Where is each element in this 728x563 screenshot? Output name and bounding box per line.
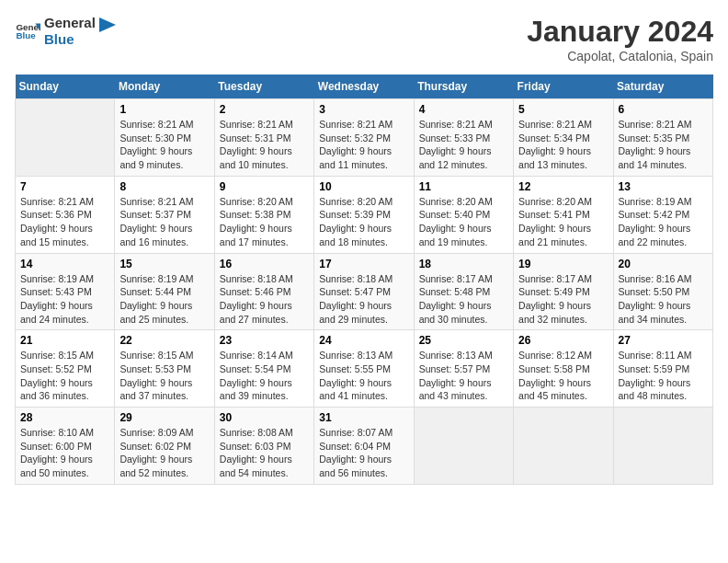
day-info: Sunrise: 8:14 AM Sunset: 5:54 PM Dayligh… bbox=[220, 349, 309, 403]
day-info: Sunrise: 8:19 AM Sunset: 5:44 PM Dayligh… bbox=[119, 272, 209, 327]
day-info: Sunrise: 8:11 AM Sunset: 5:59 PM Dayligh… bbox=[619, 349, 708, 403]
day-info: Sunrise: 8:08 AM Sunset: 6:03 PM Dayligh… bbox=[220, 426, 309, 480]
calendar-cell: 28Sunrise: 8:10 AM Sunset: 6:00 PM Dayli… bbox=[16, 408, 115, 485]
calendar-cell: 6Sunrise: 8:21 AM Sunset: 5:35 PM Daylig… bbox=[613, 99, 712, 177]
day-info: Sunrise: 8:21 AM Sunset: 5:37 PM Dayligh… bbox=[119, 195, 209, 249]
calendar-cell: 24Sunrise: 8:13 AM Sunset: 5:55 PM Dayli… bbox=[314, 330, 414, 408]
weekday-header-saturday: Saturday bbox=[613, 75, 712, 99]
day-info: Sunrise: 8:20 AM Sunset: 5:40 PM Dayligh… bbox=[419, 195, 508, 249]
day-info: Sunrise: 8:10 AM Sunset: 6:00 PM Dayligh… bbox=[20, 426, 109, 480]
logo-general: General bbox=[44, 15, 96, 31]
weekday-header-tuesday: Tuesday bbox=[214, 75, 313, 99]
day-number: 11 bbox=[419, 180, 508, 193]
calendar-cell: 31Sunrise: 8:07 AM Sunset: 6:04 PM Dayli… bbox=[314, 408, 414, 485]
day-number: 21 bbox=[20, 334, 109, 347]
day-info: Sunrise: 8:15 AM Sunset: 5:53 PM Dayligh… bbox=[119, 349, 209, 403]
calendar-cell: 15Sunrise: 8:19 AM Sunset: 5:44 PM Dayli… bbox=[115, 253, 214, 330]
logo-flag-icon bbox=[99, 17, 116, 45]
day-info: Sunrise: 8:13 AM Sunset: 5:57 PM Dayligh… bbox=[419, 349, 508, 403]
day-number: 27 bbox=[619, 334, 708, 347]
day-info: Sunrise: 8:15 AM Sunset: 5:52 PM Dayligh… bbox=[20, 349, 109, 403]
day-info: Sunrise: 8:16 AM Sunset: 5:50 PM Dayligh… bbox=[619, 272, 708, 327]
calendar-cell: 8Sunrise: 8:21 AM Sunset: 5:37 PM Daylig… bbox=[115, 176, 214, 253]
calendar-cell bbox=[414, 408, 513, 485]
day-info: Sunrise: 8:21 AM Sunset: 5:35 PM Dayligh… bbox=[619, 118, 708, 172]
day-number: 13 bbox=[619, 180, 708, 193]
day-number: 29 bbox=[119, 411, 209, 424]
calendar-cell: 16Sunrise: 8:18 AM Sunset: 5:46 PM Dayli… bbox=[214, 253, 313, 330]
calendar-cell: 25Sunrise: 8:13 AM Sunset: 5:57 PM Dayli… bbox=[414, 330, 513, 408]
day-number: 30 bbox=[220, 411, 309, 424]
calendar-cell bbox=[16, 99, 115, 177]
day-info: Sunrise: 8:21 AM Sunset: 5:30 PM Dayligh… bbox=[119, 118, 209, 172]
calendar-cell: 3Sunrise: 8:21 AM Sunset: 5:32 PM Daylig… bbox=[314, 99, 414, 177]
calendar-cell: 14Sunrise: 8:19 AM Sunset: 5:43 PM Dayli… bbox=[16, 253, 115, 330]
logo-blue: Blue bbox=[44, 31, 96, 48]
day-info: Sunrise: 8:20 AM Sunset: 5:38 PM Dayligh… bbox=[220, 195, 309, 249]
day-info: Sunrise: 8:07 AM Sunset: 6:04 PM Dayligh… bbox=[319, 426, 408, 480]
day-info: Sunrise: 8:18 AM Sunset: 5:47 PM Dayligh… bbox=[319, 272, 408, 327]
page-subtitle: Capolat, Catalonia, Spain bbox=[527, 49, 713, 63]
day-info: Sunrise: 8:19 AM Sunset: 5:42 PM Dayligh… bbox=[619, 195, 708, 249]
calendar-cell: 1Sunrise: 8:21 AM Sunset: 5:30 PM Daylig… bbox=[115, 99, 214, 177]
day-number: 24 bbox=[319, 334, 408, 347]
day-number: 15 bbox=[119, 258, 209, 270]
day-number: 23 bbox=[220, 334, 309, 347]
week-row-0: 1Sunrise: 8:21 AM Sunset: 5:30 PM Daylig… bbox=[16, 99, 713, 177]
calendar-cell: 13Sunrise: 8:19 AM Sunset: 5:42 PM Dayli… bbox=[613, 176, 712, 253]
calendar-cell: 18Sunrise: 8:17 AM Sunset: 5:48 PM Dayli… bbox=[414, 253, 513, 330]
calendar-cell: 19Sunrise: 8:17 AM Sunset: 5:49 PM Dayli… bbox=[514, 253, 613, 330]
calendar-cell: 21Sunrise: 8:15 AM Sunset: 5:52 PM Dayli… bbox=[16, 330, 115, 408]
day-number: 19 bbox=[518, 258, 608, 270]
day-info: Sunrise: 8:17 AM Sunset: 5:48 PM Dayligh… bbox=[419, 272, 508, 327]
day-number: 8 bbox=[119, 180, 209, 193]
svg-text:Blue: Blue bbox=[16, 30, 36, 40]
day-info: Sunrise: 8:13 AM Sunset: 5:55 PM Dayligh… bbox=[319, 349, 408, 403]
calendar-cell: 12Sunrise: 8:20 AM Sunset: 5:41 PM Dayli… bbox=[514, 176, 613, 253]
logo-icon: General Blue bbox=[15, 18, 40, 44]
day-number: 6 bbox=[619, 103, 708, 116]
day-info: Sunrise: 8:19 AM Sunset: 5:43 PM Dayligh… bbox=[20, 272, 109, 327]
day-info: Sunrise: 8:21 AM Sunset: 5:36 PM Dayligh… bbox=[20, 195, 109, 249]
page-title: January 2024 bbox=[527, 15, 713, 49]
day-number: 31 bbox=[319, 411, 408, 424]
day-number: 10 bbox=[319, 180, 408, 193]
calendar-cell: 26Sunrise: 8:12 AM Sunset: 5:58 PM Dayli… bbox=[514, 330, 613, 408]
logo: General Blue General Blue bbox=[15, 15, 116, 48]
calendar-cell: 20Sunrise: 8:16 AM Sunset: 5:50 PM Dayli… bbox=[613, 253, 712, 330]
day-number: 17 bbox=[319, 258, 408, 270]
calendar-cell bbox=[514, 408, 613, 485]
day-info: Sunrise: 8:09 AM Sunset: 6:02 PM Dayligh… bbox=[119, 426, 209, 480]
day-number: 4 bbox=[419, 103, 508, 116]
day-info: Sunrise: 8:21 AM Sunset: 5:32 PM Dayligh… bbox=[319, 118, 408, 172]
calendar-cell: 29Sunrise: 8:09 AM Sunset: 6:02 PM Dayli… bbox=[115, 408, 214, 485]
calendar-cell: 7Sunrise: 8:21 AM Sunset: 5:36 PM Daylig… bbox=[16, 176, 115, 253]
calendar-table: SundayMondayTuesdayWednesdayThursdayFrid… bbox=[15, 75, 713, 485]
day-number: 28 bbox=[20, 411, 109, 424]
calendar-cell: 2Sunrise: 8:21 AM Sunset: 5:31 PM Daylig… bbox=[214, 99, 313, 177]
day-number: 14 bbox=[20, 258, 109, 270]
page-header: General Blue General Blue January 2024 C… bbox=[15, 15, 713, 63]
day-number: 12 bbox=[518, 180, 608, 193]
weekday-header-row: SundayMondayTuesdayWednesdayThursdayFrid… bbox=[16, 75, 713, 99]
calendar-cell: 9Sunrise: 8:20 AM Sunset: 5:38 PM Daylig… bbox=[214, 176, 313, 253]
week-row-4: 28Sunrise: 8:10 AM Sunset: 6:00 PM Dayli… bbox=[16, 408, 713, 485]
day-number: 25 bbox=[419, 334, 508, 347]
day-number: 2 bbox=[220, 103, 309, 116]
day-info: Sunrise: 8:21 AM Sunset: 5:33 PM Dayligh… bbox=[419, 118, 508, 172]
calendar-cell: 10Sunrise: 8:20 AM Sunset: 5:39 PM Dayli… bbox=[314, 176, 414, 253]
day-number: 20 bbox=[619, 258, 708, 270]
calendar-cell: 4Sunrise: 8:21 AM Sunset: 5:33 PM Daylig… bbox=[414, 99, 513, 177]
weekday-header-thursday: Thursday bbox=[414, 75, 513, 99]
weekday-header-monday: Monday bbox=[115, 75, 214, 99]
calendar-cell: 17Sunrise: 8:18 AM Sunset: 5:47 PM Dayli… bbox=[314, 253, 414, 330]
weekday-header-wednesday: Wednesday bbox=[314, 75, 414, 99]
day-info: Sunrise: 8:12 AM Sunset: 5:58 PM Dayligh… bbox=[518, 349, 608, 403]
week-row-2: 14Sunrise: 8:19 AM Sunset: 5:43 PM Dayli… bbox=[16, 253, 713, 330]
week-row-1: 7Sunrise: 8:21 AM Sunset: 5:36 PM Daylig… bbox=[16, 176, 713, 253]
day-info: Sunrise: 8:18 AM Sunset: 5:46 PM Dayligh… bbox=[220, 272, 309, 327]
title-block: January 2024 Capolat, Catalonia, Spain bbox=[527, 15, 713, 63]
calendar-cell: 27Sunrise: 8:11 AM Sunset: 5:59 PM Dayli… bbox=[613, 330, 712, 408]
day-number: 22 bbox=[119, 334, 209, 347]
calendar-cell bbox=[613, 408, 712, 485]
